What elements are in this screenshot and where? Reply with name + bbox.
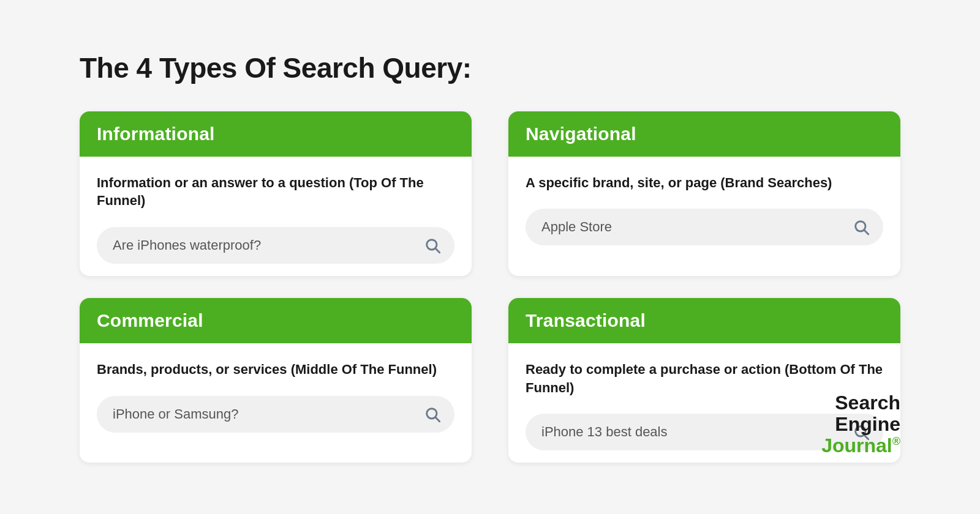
- card-header-informational: Informational: [80, 111, 472, 157]
- search-icon-informational: [424, 237, 441, 254]
- card-title-navigational: Navigational: [526, 124, 636, 144]
- card-header-commercial: Commercial: [80, 298, 472, 343]
- svg-line-1: [435, 248, 439, 252]
- card-title-informational: Informational: [97, 124, 215, 144]
- logo-area: Search Engine Journal®: [821, 392, 900, 457]
- search-bar-commercial[interactable]: iPhone or Samsung?: [97, 396, 454, 433]
- card-body-informational: Information or an answer to a question (…: [80, 157, 472, 276]
- card-description-navigational: A specific brand, site, or page (Brand S…: [526, 174, 883, 192]
- search-bar-informational[interactable]: Are iPhones waterproof?: [97, 227, 454, 264]
- card-description-informational: Information or an answer to a question (…: [97, 174, 454, 210]
- card-body-commercial: Brands, products, or services (Middle Of…: [80, 343, 472, 445]
- logo-line1: Search: [835, 392, 900, 414]
- card-informational: Informational Information or an answer t…: [80, 111, 472, 276]
- page-title: The 4 Types Of Search Query:: [80, 51, 900, 84]
- card-header-navigational: Navigational: [508, 111, 900, 157]
- search-text-informational: Are iPhones waterproof?: [113, 237, 261, 253]
- search-bar-navigational[interactable]: Apple Store: [526, 209, 883, 245]
- logo-line2: Engine: [835, 413, 900, 435]
- card-navigational: Navigational A specific brand, site, or …: [508, 111, 900, 276]
- card-body-navigational: A specific brand, site, or page (Brand S…: [508, 157, 900, 258]
- card-header-transactional: Transactional: [508, 298, 900, 343]
- svg-line-5: [435, 417, 439, 421]
- search-icon-commercial: [424, 406, 441, 423]
- logo-line3: Journal®: [821, 434, 900, 456]
- card-commercial: Commercial Brands, products, or services…: [80, 298, 472, 463]
- search-text-commercial: iPhone or Samsung?: [113, 406, 238, 422]
- page-container: The 4 Types Of Search Query: Information…: [43, 27, 937, 488]
- search-text-navigational: Apple Store: [541, 219, 612, 235]
- card-description-commercial: Brands, products, or services (Middle Of…: [97, 360, 454, 379]
- svg-line-3: [864, 231, 868, 234]
- cards-grid: Informational Information or an answer t…: [80, 111, 900, 463]
- card-description-transactional: Ready to complete a purchase or action (…: [526, 360, 883, 397]
- search-icon-navigational: [853, 218, 870, 236]
- card-title-transactional: Transactional: [526, 310, 646, 330]
- search-text-transactional: iPhone 13 best deals: [541, 424, 668, 440]
- card-title-commercial: Commercial: [97, 310, 203, 330]
- logo-text: Search Engine Journal®: [821, 392, 900, 457]
